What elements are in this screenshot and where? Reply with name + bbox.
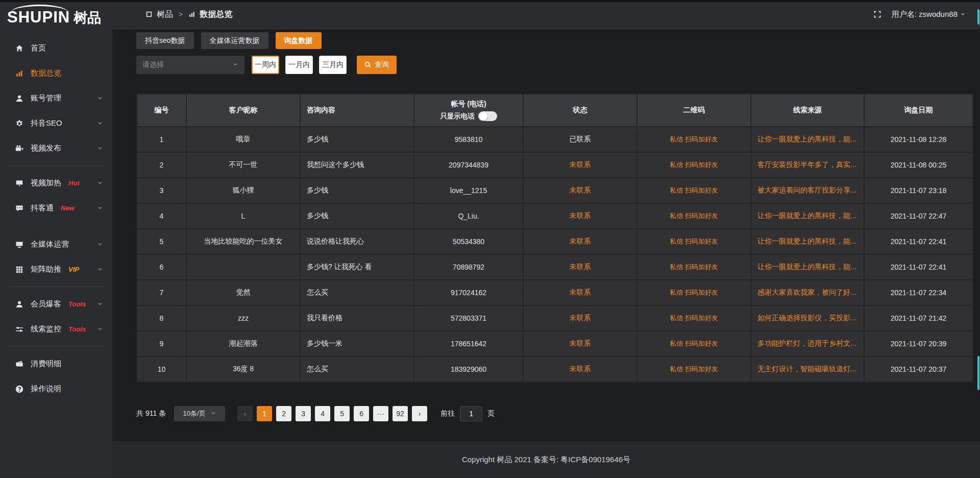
cell-qrcode-link[interactable]: 私信 扫码加好友 <box>638 331 750 356</box>
topbar: 树品 > 数据总览 用户名: zswodun88 <box>112 0 980 29</box>
cell-date: 2021-11-07 22:34 <box>865 280 972 305</box>
page-button-6[interactable]: 6 <box>354 406 369 421</box>
page-button-4[interactable]: 4 <box>315 406 330 421</box>
goto-page: 前往 页 <box>440 406 495 421</box>
cell-qrcode-link[interactable]: 私信 扫码加好友 <box>638 127 750 152</box>
cell-date: 2021-11-07 20:39 <box>865 331 972 356</box>
breadcrumb-separator: > <box>179 10 183 18</box>
sidebar-item-badge: New <box>61 204 75 212</box>
sidebar-item-clue-monitor[interactable]: 线索监控 Tools <box>0 317 112 342</box>
breadcrumb: 树品 > 数据总览 <box>145 9 232 20</box>
sidebar-item-account[interactable]: 账号管理 <box>0 86 112 111</box>
page-button-5[interactable]: 5 <box>334 406 350 421</box>
col-qrcode: 二维码 <box>638 94 750 126</box>
scrollbar-thumb[interactable] <box>977 9 979 25</box>
cell-source-link[interactable]: 让你一眼就爱上的黑科技，能... <box>751 204 864 228</box>
cell-source-link[interactable]: 被大家追着问的客厅投影分享... <box>751 178 864 203</box>
sidebar: SHUPIN 树品 首页 数据总览 账号管理 抖音SEO 视频发布 视频加热 H… <box>0 0 112 478</box>
search-button-label: 查询 <box>375 60 389 69</box>
sidebar-item-member-baoke[interactable]: 会员爆客 Tools <box>0 292 112 317</box>
cell-status: 未联系 <box>524 306 636 330</box>
page-button-92[interactable]: 92 <box>393 406 408 421</box>
page-button-2[interactable]: 2 <box>276 406 291 421</box>
cell-status: 未联系 <box>524 255 636 279</box>
goto-page-input[interactable] <box>460 406 482 421</box>
page-button-3[interactable]: 3 <box>296 406 311 421</box>
cell-source-link[interactable]: 让你一眼就爱上的黑科技，能... <box>751 255 864 279</box>
screen-icon <box>15 179 23 187</box>
cell-nickname: 狐小狸 <box>187 178 300 203</box>
date-range-button[interactable]: 三月内 <box>319 56 347 74</box>
cell-qrcode-link[interactable]: 私信 扫码加好友 <box>638 178 750 203</box>
user-menu[interactable]: 用户名: zswodun88 <box>892 10 966 19</box>
sidebar-item-overview[interactable]: 数据总览 <box>0 61 112 86</box>
cell-status: 已联系 <box>524 127 636 152</box>
sidebar-item-video-heat[interactable]: 视频加热 Hot <box>0 171 112 196</box>
date-range-button[interactable]: 一月内 <box>285 56 313 74</box>
sidebar-item-douyin-seo[interactable]: 抖音SEO <box>0 111 112 136</box>
chevron-down-icon <box>960 12 966 17</box>
search-button[interactable]: 查询 <box>357 56 397 74</box>
inquiry-table: 编号 客户昵称 咨询内容 帐号 (电话) 只显示电话 状态 二维码 线索来源 询… <box>136 93 973 383</box>
page-buttons: ‹123456···92› <box>237 406 431 421</box>
filter-select[interactable]: 请选择 <box>136 56 244 74</box>
cell-qrcode-link[interactable]: 私信 扫码加好友 <box>638 204 750 228</box>
filter-select-value: 请选择 <box>142 60 164 69</box>
cell-qrcode-link[interactable]: 私信 扫码加好友 <box>638 153 750 177</box>
phone-only-toggle[interactable] <box>478 111 497 121</box>
cell-source-link[interactable]: 感谢大家喜欢我家，被问了好... <box>751 280 864 305</box>
ellipsis-button[interactable]: ··· <box>373 406 388 421</box>
data-tab[interactable]: 抖音seo数据 <box>136 32 194 49</box>
cell-content: 怎么买 <box>301 280 413 305</box>
sidebar-item-video-publish[interactable]: 视频发布 <box>0 136 112 161</box>
cell-date: 2021-11-07 22:47 <box>865 204 972 228</box>
cell-source-link[interactable]: 让你一眼就爱上的黑科技，能... <box>751 229 864 254</box>
chevron-down-icon <box>97 146 103 152</box>
page-size-select[interactable]: 10条/页 <box>174 406 225 421</box>
cell-nickname: L <box>187 204 300 228</box>
cell-qrcode-link[interactable]: 私信 扫码加好友 <box>638 357 750 381</box>
breadcrumb-root[interactable]: 树品 <box>157 9 173 20</box>
cell-source-link[interactable]: 无主灯设计，智能磁吸轨道灯... <box>751 357 864 381</box>
cell-qrcode-link[interactable]: 私信 扫码加好友 <box>638 229 750 254</box>
cell-qrcode-link[interactable]: 私信 扫码加好友 <box>638 255 750 279</box>
cell-nickname <box>187 255 300 279</box>
sidebar-gap <box>0 221 112 232</box>
cell-qrcode-link[interactable]: 私信 扫码加好友 <box>638 306 750 330</box>
cell-content: 多少钱? 让我死心 看 <box>301 255 413 279</box>
sidebar-item-consume-detail[interactable]: 消费明细 <box>0 351 112 376</box>
data-tab[interactable]: 询盘数据 <box>276 32 322 49</box>
cell-status: 未联系 <box>524 153 636 177</box>
sidebar-item-label: 视频发布 <box>31 144 61 153</box>
sidebar-item-guide[interactable]: 操作说明 <box>0 376 112 401</box>
phone-toggle-label: 只显示电话 <box>440 112 475 121</box>
cell-no: 2 <box>137 153 186 177</box>
sidebar-item-label: 矩阵助推 <box>31 265 61 274</box>
sidebar-item-home[interactable]: 首页 <box>0 36 112 61</box>
cell-qrcode-link[interactable]: 私信 扫码加好友 <box>638 280 750 305</box>
chevron-down-icon <box>97 301 103 307</box>
cell-no: 7 <box>137 280 186 305</box>
fullscreen-icon[interactable] <box>873 10 881 18</box>
sidebar-item-doukatong[interactable]: 抖客通 New <box>0 196 112 221</box>
main-column: 树品 > 数据总览 用户名: zswodun88 抖音seo数据全媒体运营数据询… <box>112 0 980 478</box>
data-tab[interactable]: 全媒体运营数据 <box>201 32 268 49</box>
cell-source-link[interactable]: 客厅安装投影半年多了，真实... <box>751 153 864 177</box>
date-range-button[interactable]: 一周内 <box>252 56 279 74</box>
sidebar-item-label: 线索监控 <box>31 324 61 334</box>
page-button-1[interactable]: 1 <box>257 406 272 421</box>
prev-page-button[interactable]: ‹ <box>237 406 253 421</box>
sidebar-menu: 首页 数据总览 账号管理 抖音SEO 视频发布 视频加热 Hot 抖客通 New… <box>0 29 112 401</box>
chevron-down-icon <box>97 326 103 332</box>
sidebar-item-matrix-boost[interactable]: 矩阵助推 VIP <box>0 257 112 282</box>
sidebar-item-badge: Tools <box>68 325 86 333</box>
sidebar-item-media-ops[interactable]: 全媒体运营 <box>0 232 112 257</box>
next-page-button[interactable]: › <box>412 406 427 421</box>
cell-source-link[interactable]: 让你一眼就爱上的黑科技，能... <box>751 127 864 152</box>
cell-source-link[interactable]: 多功能护栏灯，适用于乡村文... <box>751 331 864 356</box>
chevron-down-icon <box>97 180 103 186</box>
cell-source-link[interactable]: 如何正确选择投影仪，买投影... <box>751 306 864 330</box>
brand-logo-cn: 树品 <box>74 11 101 25</box>
scrollbar-mark[interactable] <box>977 356 979 390</box>
cell-nickname: 当地比较能吃的一位美女 <box>187 229 300 254</box>
